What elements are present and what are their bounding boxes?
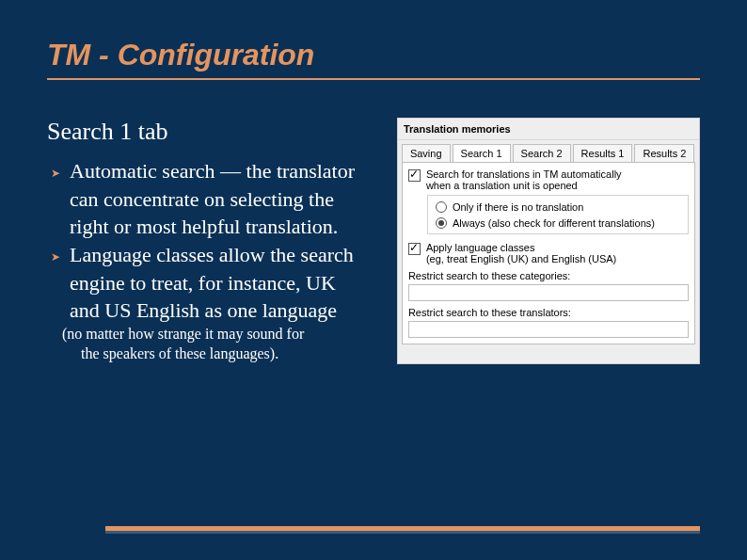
arrow-icon: ➤: [51, 249, 60, 325]
translators-input[interactable]: [408, 321, 689, 338]
subtitle: Search 1 tab: [47, 118, 369, 146]
tab-results1[interactable]: Results 1: [573, 144, 633, 162]
radio-group: Only if there is no translation Always (…: [427, 195, 689, 234]
language-classes-option[interactable]: Apply language classes (eg, treat Englis…: [408, 242, 689, 264]
slide-title: TM - Configuration: [47, 38, 700, 72]
settings-dialog: Translation memories Saving Search 1 Sea…: [397, 118, 700, 364]
title-divider: [47, 78, 700, 80]
radio-only-if-none[interactable]: Only if there is no translation: [436, 200, 680, 213]
auto-search-option[interactable]: Search for translations in TM automatica…: [408, 168, 689, 191]
tab-results2[interactable]: Results 2: [634, 144, 694, 162]
tab-row: Saving Search 1 Search 2 Results 1 Resul…: [398, 140, 699, 162]
radio-label: Only if there is no translation: [453, 201, 583, 213]
restrict-translators-label: Restrict search to these translators:: [408, 307, 689, 318]
radio-always[interactable]: Always (also check for different transla…: [436, 216, 680, 229]
radio-icon[interactable]: [436, 201, 447, 213]
categories-input[interactable]: [408, 284, 689, 301]
checkbox-icon[interactable]: [408, 169, 421, 182]
bullet-text: Automatic search — the translator can co…: [70, 157, 369, 241]
arrow-icon: ➤: [51, 166, 60, 241]
bullet-item: ➤ Language classes allow the search engi…: [51, 241, 369, 325]
tab-saving[interactable]: Saving: [402, 144, 451, 162]
note-text: (no matter how strange it may sound for …: [47, 325, 369, 364]
dialog-body: Search for translations in TM automatica…: [402, 162, 695, 344]
tab-search1[interactable]: Search 1: [453, 144, 511, 162]
tab-search2[interactable]: Search 2: [513, 144, 571, 162]
restrict-categories-label: Restrict search to these categories:: [408, 270, 689, 281]
option-label: Apply language classes (eg, treat Englis…: [426, 242, 616, 264]
checkbox-icon[interactable]: [408, 243, 421, 255]
radio-icon[interactable]: [436, 217, 447, 229]
option-label: Search for translations in TM automatica…: [426, 168, 622, 191]
left-column: Search 1 tab ➤ Automatic search — the tr…: [47, 118, 369, 364]
footer-bar: [105, 526, 700, 534]
dialog-title: Translation memories: [398, 119, 699, 140]
bullet-item: ➤ Automatic search — the translator can …: [51, 157, 369, 241]
bullet-text: Language classes allow the search engine…: [70, 241, 369, 325]
radio-label: Always (also check for different transla…: [453, 217, 655, 229]
